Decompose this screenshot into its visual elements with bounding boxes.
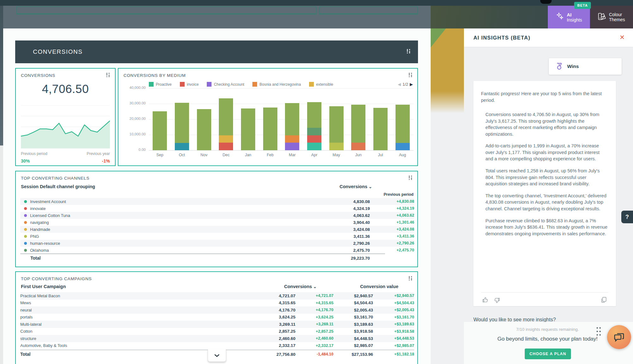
bar-segment xyxy=(197,109,211,150)
insight-intro: Fantastic progress! Here are your top 5 … xyxy=(481,90,608,103)
stacked-bar-mar[interactable] xyxy=(285,103,299,150)
campaign-name: Automotive, Baby & Tools xyxy=(20,343,259,348)
close-icon[interactable]: ✕ xyxy=(619,34,625,41)
card-menu-icon[interactable] xyxy=(106,72,111,79)
kpi-card-title: CONVERSIONS xyxy=(21,73,55,78)
prev-period-label: Previous period xyxy=(21,151,47,156)
legend-item[interactable]: Bosnia and Herzegovina xyxy=(252,82,301,87)
stacked-bar-sep[interactable] xyxy=(153,111,167,151)
channels-conversions-sort[interactable]: Conversions ⌄ xyxy=(339,184,372,189)
insight-paragraph: The top converting channel, 'Investment … xyxy=(485,193,608,212)
campaigns-conversions-sort[interactable]: Conversions ⌄ xyxy=(284,284,317,289)
campaign-conversions-delta: +3,269.11 xyxy=(295,322,333,326)
stacked-bar-jan[interactable] xyxy=(241,108,255,150)
campaign-value: $2,940.57 xyxy=(333,293,373,298)
y-tick-label: 10,000.00 xyxy=(118,132,146,136)
legend-item[interactable]: invoice xyxy=(180,82,199,87)
prev-year-label: Previous year xyxy=(87,151,110,156)
campaign-value-delta: +$3,918.58 xyxy=(373,329,414,334)
campaign-value: $4,504.43 xyxy=(333,300,373,305)
ai-insights-button[interactable]: AI Insights xyxy=(548,6,590,28)
legend-item[interactable]: extensible xyxy=(309,82,333,87)
copy-icon[interactable] xyxy=(601,297,607,304)
expand-table-button[interactable] xyxy=(208,349,226,362)
y-axis-ticks: 40,000.0030,000.0020,000.0010,000.000.00 xyxy=(118,69,146,151)
prev-period-value: 30% xyxy=(21,158,30,163)
card-menu-icon[interactable] xyxy=(408,276,413,282)
campaign-row: portals3,624.25+3,624.25$3,161.70+$3,161… xyxy=(20,314,414,321)
legend-label: Checking Account xyxy=(214,82,244,87)
channel-name: PNG xyxy=(30,234,39,239)
campaign-conversions: 2,857.25 xyxy=(259,329,295,334)
channel-dot xyxy=(24,242,27,245)
bar-segment xyxy=(175,143,189,150)
stacked-bar-apr[interactable] xyxy=(307,102,321,150)
legend-item[interactable]: Checking Account xyxy=(207,82,244,87)
stacked-bar-nov[interactable] xyxy=(197,109,211,150)
bar-segment xyxy=(307,143,321,150)
requests-remaining-text: 7/10 insights requests remaining. xyxy=(464,327,631,332)
channel-dot xyxy=(24,200,27,203)
stacked-bar-jun[interactable] xyxy=(351,105,365,151)
bar-segment xyxy=(307,128,321,135)
channel-delta: +4,830.08 xyxy=(370,199,414,204)
bar-segment xyxy=(263,108,277,150)
stacked-bar-dec[interactable] xyxy=(219,98,233,150)
channel-conversions: 3,424.08 xyxy=(322,227,370,232)
insight-divider xyxy=(481,292,608,293)
section-menu-icon[interactable] xyxy=(407,49,411,55)
legend-page-indicator: 1/2 xyxy=(402,82,408,87)
chevron-down-icon: ⌄ xyxy=(369,184,372,189)
legend-prev-icon[interactable]: ◀ xyxy=(398,82,401,87)
chat-fab[interactable] xyxy=(607,325,631,349)
wins-chip[interactable]: Wins xyxy=(549,58,622,75)
thumbs-up-icon[interactable] xyxy=(482,297,489,304)
bar-segment xyxy=(175,103,189,143)
kpi-sparkline xyxy=(21,105,110,150)
y-tick-label: 0.00 xyxy=(118,148,146,151)
channel-delta: +1,301.46 xyxy=(370,220,414,225)
campaign-row: Practical Metal Bacon4,721.07+4,721.07$2… xyxy=(20,292,414,299)
channel-dot xyxy=(24,214,27,217)
x-tick-label: May xyxy=(325,153,347,157)
choose-a-plan-button[interactable]: CHOOSE A PLAN xyxy=(525,349,571,359)
drag-handle[interactable] xyxy=(597,327,602,336)
background-art-column xyxy=(431,28,464,364)
legend-swatch xyxy=(207,82,212,87)
ai-panel-header: AI INSIGHTS (BETA) xyxy=(464,28,633,47)
channel-name: Handmade xyxy=(30,227,50,232)
thumbs-down-icon[interactable] xyxy=(494,297,500,305)
left-edge-strip xyxy=(0,6,3,145)
stacked-bar-jul[interactable] xyxy=(373,108,388,150)
medal-icon xyxy=(556,63,563,70)
x-tick-label: Apr xyxy=(303,153,326,157)
campaigns-value-header: Conversion value xyxy=(360,284,398,289)
card-menu-icon[interactable] xyxy=(408,72,413,79)
help-button[interactable]: ? xyxy=(621,211,633,223)
insight-paragraph: Purchase revenue climbed to $682.63 in A… xyxy=(485,218,608,237)
bar-segment xyxy=(373,108,388,150)
legend-label: Proactive xyxy=(156,82,172,87)
stacked-bar-aug[interactable] xyxy=(396,105,410,150)
channel-delta: +4,324.19 xyxy=(370,206,414,211)
stacked-bar-oct[interactable] xyxy=(175,103,189,150)
legend-label: Bosnia and Herzegovina xyxy=(259,82,301,87)
campaign-value: $3,189.63 xyxy=(333,322,373,327)
left-edge-strip-lower xyxy=(0,145,3,364)
stacked-bar-may[interactable] xyxy=(329,106,344,150)
y-tick-label: 20,000.00 xyxy=(118,117,146,120)
ai-insights-panel: AI INSIGHTS (BETA) ✕ Wins Fantastic prog… xyxy=(464,28,633,364)
card-menu-icon[interactable] xyxy=(408,175,413,182)
colour-themes-label-1: Colour xyxy=(609,12,625,17)
channel-dot xyxy=(24,228,27,231)
legend-item[interactable]: Proactive xyxy=(149,82,172,87)
x-tick-label: Feb xyxy=(259,153,281,157)
colour-themes-button[interactable]: Colour Themes xyxy=(590,6,633,28)
stacked-bar-feb[interactable] xyxy=(263,108,277,150)
channel-name: Investment Account xyxy=(30,199,66,204)
channel-row: human-resource2,790.26+2,790.26 xyxy=(20,240,414,247)
chevron-down-icon xyxy=(214,354,220,357)
legend-next-icon[interactable]: ▶ xyxy=(410,82,413,87)
colour-themes-label-2: Themes xyxy=(609,17,625,22)
channel-dot xyxy=(24,221,27,224)
